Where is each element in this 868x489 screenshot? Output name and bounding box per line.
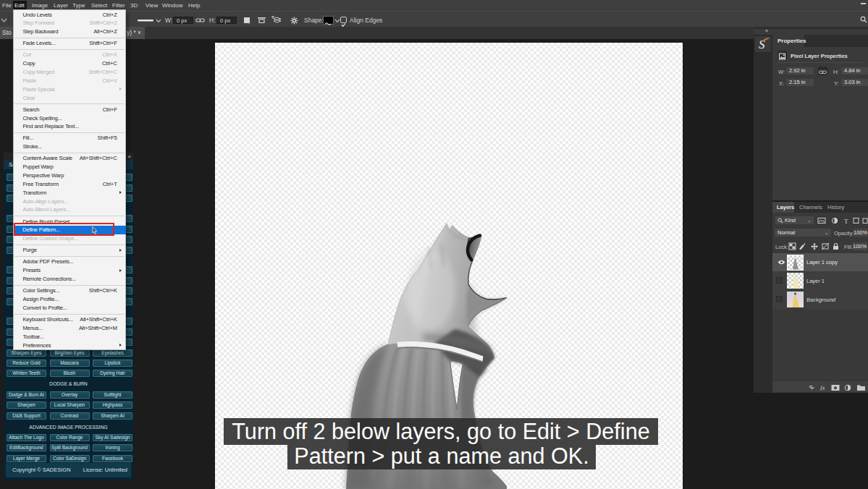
svg-text:T: T [844, 218, 848, 225]
svg-text:fx: fx [820, 384, 825, 391]
